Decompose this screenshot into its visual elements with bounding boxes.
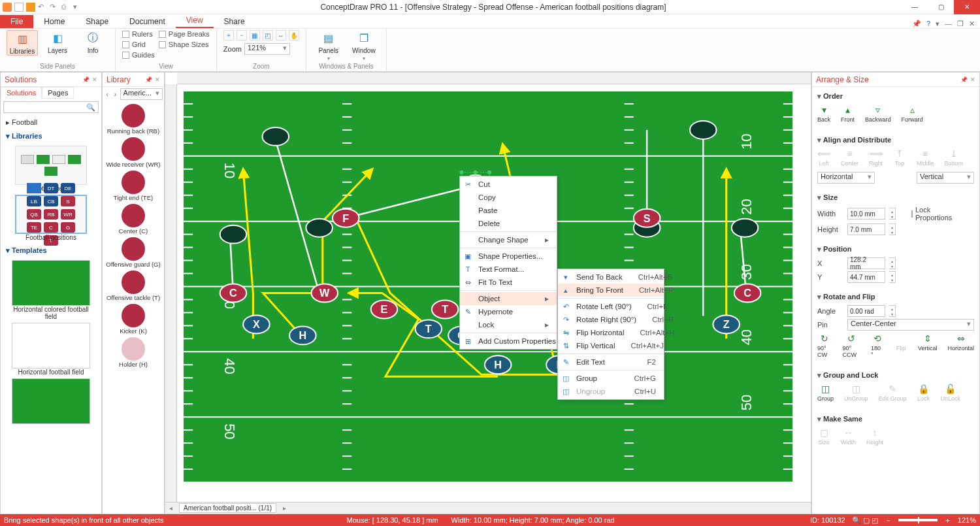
flip-h[interactable]: ⇔Horizontal xyxy=(947,333,974,358)
shape-kicker[interactable]: Kicker (K) xyxy=(103,304,164,335)
order-back[interactable]: ▾Back xyxy=(817,105,830,123)
order-forward[interactable]: ▵Forward xyxy=(902,105,923,123)
dropdown-icon[interactable]: ▾ xyxy=(73,3,82,12)
chk-shape-sizes[interactable]: Shape Sizes xyxy=(159,41,210,48)
order-backward[interactable]: ▿Backward xyxy=(865,105,891,123)
undo-icon[interactable]: ↶ xyxy=(38,3,47,12)
help-icon[interactable]: ? xyxy=(926,20,930,28)
y-input[interactable]: 44.7 mm xyxy=(847,271,885,283)
close-panel-icon[interactable]: ✕ xyxy=(970,76,975,83)
pin-icon[interactable]: 📌 xyxy=(145,76,152,83)
shape-running-back[interactable]: Running back (RB) xyxy=(103,104,164,135)
angle-input[interactable]: 0.00 rad xyxy=(847,305,885,317)
mdi-restore-icon[interactable]: ❐ xyxy=(957,20,964,28)
tab-document[interactable]: Document xyxy=(119,15,176,28)
subtab-solutions[interactable]: Solutions xyxy=(1,87,42,99)
mi-cut[interactable]: ✂Cut xyxy=(460,178,557,191)
order-front[interactable]: ▴Front xyxy=(841,105,855,123)
chk-guides[interactable]: Guides xyxy=(122,51,155,59)
mi-lock[interactable]: Lock▸ xyxy=(460,318,557,331)
mi-fit-to-text[interactable]: ⇔Fit To Text xyxy=(460,276,557,289)
zoom-in-icon[interactable]: ＋ xyxy=(223,30,234,41)
pin-icon[interactable]: 📌 xyxy=(960,76,968,83)
rot-cw[interactable]: ↻90° CW xyxy=(817,333,832,358)
chk-grid[interactable]: Grid xyxy=(122,41,155,48)
mi-bring-front[interactable]: ▴Bring To FrontCtrl+Alt+F xyxy=(558,284,664,297)
pin-ribbon-icon[interactable]: 📌 xyxy=(912,20,921,28)
close-panel-icon[interactable]: ✕ xyxy=(92,76,97,83)
mi-delete[interactable]: Delete xyxy=(460,217,557,230)
lock-proportions[interactable]: Lock Proportions xyxy=(911,206,938,222)
x-input[interactable]: 128.2 mm xyxy=(847,257,885,269)
new-icon[interactable] xyxy=(14,3,24,12)
mi-flip-h[interactable]: ⇋Flip HorizontalCtrl+Alt+H xyxy=(558,326,664,339)
close-button[interactable]: ✕ xyxy=(954,0,980,14)
tab-prev-icon[interactable]: ◂ xyxy=(165,504,176,512)
shape-center[interactable]: Center (C) xyxy=(103,204,164,235)
tpl-3[interactable] xyxy=(12,378,90,424)
distribute-h[interactable]: Horizontal xyxy=(817,172,875,184)
shape-tight-end[interactable]: Tight end (TE) xyxy=(103,171,164,201)
nav-next-icon[interactable]: › xyxy=(112,90,118,99)
shape-offensive-tackle[interactable]: Offensive tackle (T) xyxy=(103,271,164,301)
flip-v[interactable]: ⇕Vertical xyxy=(918,333,938,358)
mi-edit-text[interactable]: ✎Edit TextF2 xyxy=(558,355,664,369)
window-button[interactable]: ❐ Window ▾ xyxy=(348,30,380,61)
layers-button[interactable]: ◧ Layers xyxy=(42,30,73,54)
mi-shape-properties[interactable]: ▣Shape Properties... xyxy=(460,250,557,263)
panels-button[interactable]: ▤ Panels ▾ xyxy=(313,30,344,61)
tree-templates[interactable]: Templates xyxy=(1,244,101,257)
shape-wide-receiver[interactable]: Wide receiver (WR) xyxy=(103,137,164,168)
redo-icon[interactable]: ↷ xyxy=(50,3,59,12)
mi-flip-v[interactable]: ⇅Flip VerticalCtrl+Alt+J xyxy=(558,339,664,352)
tab-file[interactable]: File xyxy=(0,15,33,28)
maximize-button[interactable]: ▢ xyxy=(928,0,954,14)
mi-hypernote[interactable]: ✎Hypernote xyxy=(460,305,557,318)
zoom-out-icon[interactable]: － xyxy=(237,30,247,41)
shape-holder[interactable]: Holder (H) xyxy=(103,337,164,368)
mi-rotate-right[interactable]: ↷Rotate Right (90°)Ctrl+R xyxy=(558,313,664,326)
tab-next-icon[interactable]: ▸ xyxy=(279,504,290,512)
collapse-ribbon-icon[interactable]: ▾ xyxy=(936,20,939,28)
shape-offensive-guard[interactable]: Offensive guard (G) xyxy=(103,237,164,268)
sect-rotate[interactable]: Rotate and Flip xyxy=(817,293,974,301)
close-panel-icon[interactable]: ✕ xyxy=(155,76,160,83)
sect-position[interactable]: Position xyxy=(817,245,974,254)
zoom-fit-icon[interactable]: ▦ xyxy=(250,30,260,41)
width-spin[interactable]: ▴▾ xyxy=(889,208,896,220)
group-btn[interactable]: ◫Group xyxy=(817,384,834,402)
tab-home[interactable]: Home xyxy=(33,15,75,28)
pan-icon[interactable]: ✋ xyxy=(289,30,299,41)
mdi-min-icon[interactable]: — xyxy=(945,20,952,28)
subtab-pages[interactable]: Pages xyxy=(42,87,74,99)
mi-rotate-left[interactable]: ↶Rotate Left (90°)Ctrl+L xyxy=(558,300,664,313)
mi-text-format[interactable]: TText Format... xyxy=(460,263,557,276)
tpl-white-field[interactable]: Horizontal football field xyxy=(12,323,90,376)
status-zoom-icons[interactable]: 🔍 ▢ ◰ xyxy=(852,516,878,525)
tpl-colored-field[interactable]: Horizontal colored football field xyxy=(12,260,90,320)
libraries-button[interactable]: ▥ Libraries xyxy=(7,30,38,56)
sect-order[interactable]: Order xyxy=(817,92,974,101)
mdi-close-icon[interactable]: ✕ xyxy=(969,20,975,28)
zoom-combo[interactable]: 121% xyxy=(244,43,290,55)
solutions-search[interactable]: 🔍 xyxy=(3,101,99,113)
mi-object[interactable]: Object▸ xyxy=(460,292,557,305)
sect-group[interactable]: Group and Lock xyxy=(817,371,974,380)
mi-send-back[interactable]: ▾Send To BackCtrl+Alt+B xyxy=(558,271,664,284)
distribute-v[interactable]: Vertical xyxy=(917,172,974,184)
chk-page-breaks[interactable]: Page Breaks xyxy=(159,30,210,38)
tab-view[interactable]: View xyxy=(176,14,214,28)
page-tab[interactable]: American football positi... (1/1) xyxy=(179,503,276,513)
minimize-button[interactable]: — xyxy=(902,0,928,14)
save-icon[interactable] xyxy=(26,3,35,12)
tree-libraries[interactable]: Libraries xyxy=(1,129,101,143)
tab-shape[interactable]: Shape xyxy=(75,15,119,28)
mi-copy[interactable]: Copy xyxy=(460,191,557,204)
tab-share[interactable]: Share xyxy=(214,15,255,28)
mi-group[interactable]: ◫GroupCtrl+G xyxy=(558,372,664,385)
nav-prev-icon[interactable]: ‹ xyxy=(104,90,110,99)
rot-ccw[interactable]: ↺90° CCW xyxy=(843,333,860,358)
lib-football-positions[interactable]: DT DE LB CB S QB RB WR TE C G T Football… xyxy=(1,195,101,241)
sect-align[interactable]: Align and Distribute xyxy=(817,136,974,144)
width-input[interactable]: 10.0 mm xyxy=(847,208,885,220)
